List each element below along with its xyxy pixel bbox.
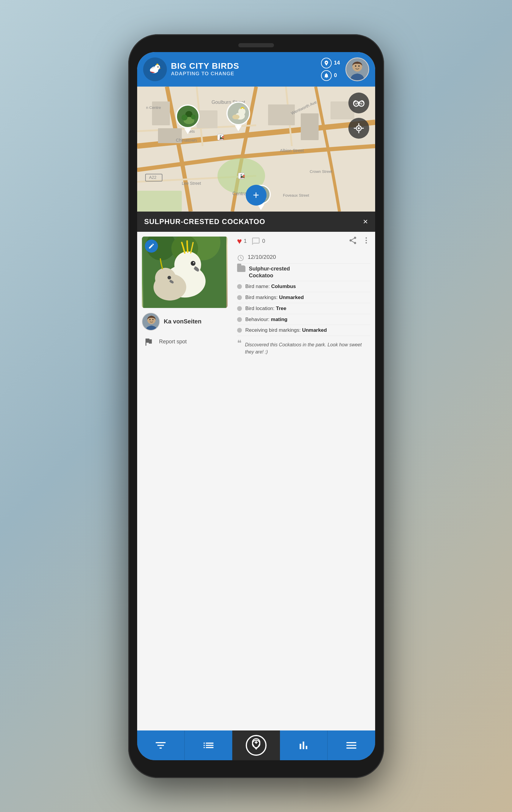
bird-name-text: Bird name: Columbus [245, 283, 296, 290]
svg-point-39 [181, 115, 187, 120]
receiving-markings-row: Receiving bird markings: Unmarked [237, 325, 370, 336]
app-title-block: BIG CITY BIRDS ADAPTING TO CHANGE [171, 62, 317, 77]
report-row[interactable]: Report spot [142, 335, 228, 348]
svg-point-5 [326, 62, 327, 63]
svg-text:Chinatown: Chinatown [176, 138, 197, 143]
receiving-markings-text: Receiving bird markings: Unmarked [245, 327, 327, 334]
pin-tail-2 [235, 125, 242, 131]
svg-point-9 [358, 65, 360, 67]
app-title-main: BIG CITY BIRDS [171, 62, 317, 71]
panel-body: Ka vonSeiten Report spot [137, 232, 375, 730]
panel-title: SULPHUR-CRESTED COCKATOO [144, 218, 265, 226]
svg-point-8 [355, 65, 356, 67]
edit-button[interactable] [145, 239, 158, 253]
alert-row[interactable]: 0 [321, 70, 341, 81]
svg-text:🚂: 🚂 [240, 173, 245, 178]
svg-point-52 [360, 103, 363, 105]
svg-point-3 [157, 66, 158, 67]
panel-left: Ka vonSeiten Report spot [137, 232, 232, 730]
svg-text:Foveaux Street: Foveaux Street [283, 193, 309, 198]
dot-icon-2 [237, 295, 242, 300]
stats-icon [297, 739, 310, 752]
dot-icon-1 [237, 284, 242, 289]
app-logo [143, 57, 167, 81]
svg-rect-11 [152, 102, 170, 125]
dot-icon-5 [237, 328, 242, 332]
svg-text:Central: Central [232, 191, 248, 196]
share-button[interactable] [349, 236, 357, 246]
locate-button[interactable] [349, 118, 369, 139]
app-header: BIG CITY BIRDS ADAPTING TO CHANGE 14 0 [137, 52, 375, 87]
alert-count: 0 [334, 72, 341, 79]
user-avatar-header[interactable] [345, 57, 369, 81]
svg-point-40 [191, 115, 196, 119]
svg-text:🚂: 🚂 [219, 135, 224, 140]
app-title-sub: ADAPTING TO CHANGE [171, 71, 317, 77]
svg-rect-50 [357, 102, 360, 104]
svg-point-64 [174, 252, 201, 278]
quote-mark-icon: ❝ [237, 339, 242, 347]
svg-point-58 [358, 127, 360, 129]
svg-point-68 [155, 268, 176, 289]
svg-rect-18 [137, 191, 182, 211]
like-button[interactable]: ♥ 1 [237, 236, 247, 246]
nav-list[interactable] [185, 730, 232, 760]
svg-point-2 [155, 64, 160, 70]
binoculars-button[interactable] [349, 92, 369, 113]
sighting-quote: Discovered this Cockatoos in the park. L… [245, 339, 370, 358]
like-count: 1 [244, 238, 247, 244]
svg-rect-13 [197, 110, 217, 128]
bottom-nav [137, 730, 375, 760]
svg-point-43 [238, 108, 245, 115]
nav-menu[interactable] [328, 730, 375, 760]
bird-location-text: Bird location: Tree [245, 305, 287, 312]
map-pin-2[interactable] [227, 102, 250, 131]
filter-icon [154, 739, 167, 752]
list-icon [202, 739, 215, 752]
nav-stats[interactable] [280, 730, 328, 760]
species-name: Sulphur-crested Cockatoo [249, 265, 290, 280]
svg-rect-15 [301, 113, 319, 140]
add-location-icon [249, 738, 264, 753]
dot-icon-4 [237, 317, 242, 322]
behaviour-text: Behaviour: mating [245, 316, 288, 323]
nav-filter[interactable] [137, 730, 185, 760]
map-pin-1[interactable] [176, 105, 200, 134]
action-bar: ♥ 1 0 [237, 236, 370, 246]
bird-markings-text: Bird markings: Unmarked [245, 294, 304, 301]
menu-icon [345, 739, 358, 752]
svg-rect-14 [268, 105, 295, 125]
user-avatar-small [142, 313, 160, 330]
quote-row: ❝ Discovered this Cockatoos in the park.… [237, 336, 370, 360]
notification-count: 14 [334, 60, 341, 66]
bird-location-row: Bird location: Tree [237, 303, 370, 314]
sighting-image-wrapper [142, 236, 228, 308]
heart-icon: ♥ [237, 236, 242, 246]
svg-point-69 [168, 276, 171, 280]
flag-icon [142, 335, 155, 348]
species-row: Sulphur-crested Cockatoo [237, 264, 370, 282]
more-options-button[interactable] [362, 236, 370, 246]
user-name: Ka vonSeiten [164, 318, 202, 325]
phone-speaker [238, 43, 274, 47]
comment-button[interactable]: 0 [251, 237, 265, 246]
notification-row[interactable]: 14 [321, 58, 341, 68]
add-sighting-button[interactable]: + [246, 185, 267, 206]
svg-text:Lee Street: Lee Street [182, 181, 201, 186]
folder-icon [237, 265, 245, 272]
panel-right: ♥ 1 0 [232, 232, 375, 730]
bell-icon-circle [321, 70, 332, 81]
panel-close-button[interactable]: × [363, 217, 368, 226]
svg-point-51 [355, 103, 357, 105]
map-container[interactable]: Goulburn Street Wentworth Ave Chinatown … [137, 87, 375, 211]
user-row: Ka vonSeiten [142, 313, 228, 330]
header-icons: 14 0 [321, 58, 341, 81]
sighting-panel: SULPHUR-CRESTED COCKATOO × [137, 211, 375, 730]
add-center-circle [246, 735, 267, 756]
report-text: Report spot [159, 339, 187, 345]
nav-add[interactable] [232, 730, 280, 760]
panel-header: SULPHUR-CRESTED COCKATOO × [137, 211, 375, 232]
phone-device: BIG CITY BIRDS ADAPTING TO CHANGE 14 0 [128, 34, 384, 778]
pin-tail-1 [184, 128, 191, 134]
svg-point-73 [152, 319, 153, 320]
